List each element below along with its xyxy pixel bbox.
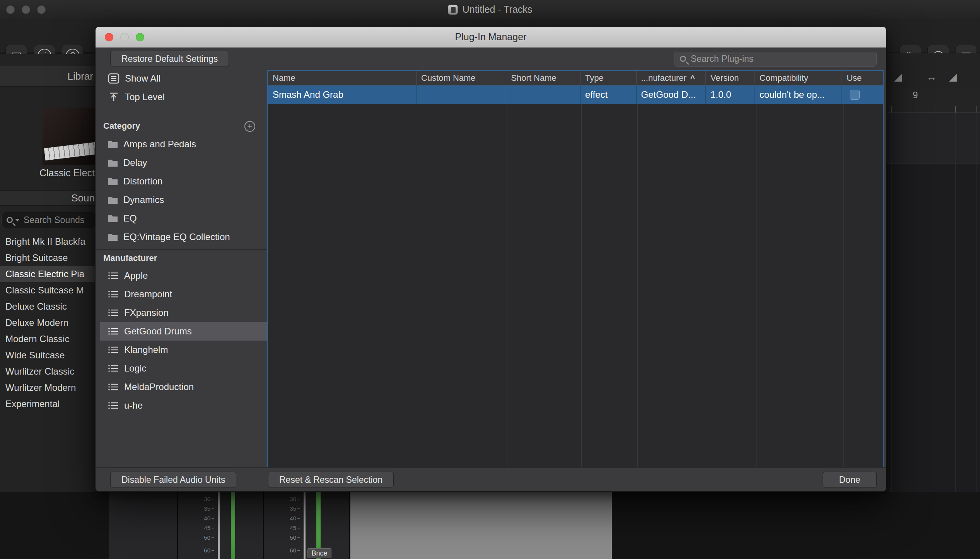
main-close-button[interactable]	[6, 5, 15, 14]
sidebar-divider	[96, 249, 267, 250]
main-zoom-button[interactable]	[37, 5, 46, 14]
column-header-version[interactable]: Version	[706, 71, 755, 85]
list-icon	[108, 327, 119, 336]
fader-slot[interactable]	[218, 492, 220, 559]
category-item[interactable]: Distortion	[100, 172, 267, 191]
dialog-titlebar[interactable]: Plug-In Manager	[96, 27, 886, 48]
table-column-divider	[756, 85, 756, 467]
use-checkbox[interactable]	[850, 90, 860, 100]
close-button[interactable]	[105, 33, 113, 41]
list-icon	[108, 290, 119, 299]
manufacturer-item[interactable]: Dreampoint	[100, 285, 267, 303]
cell-name: Smash And Grab	[268, 85, 417, 104]
manufacturer-item[interactable]: Apple	[100, 266, 267, 285]
strip-divider	[263, 492, 264, 559]
column-header-compatibility[interactable]: Compatibility	[755, 71, 842, 85]
category-label: Delay	[123, 157, 147, 168]
plugin-search-input[interactable]: Search Plug-ins	[674, 51, 877, 67]
table-column-divider	[637, 85, 638, 467]
zoom-controls: ◢ ↔ ◢	[886, 53, 980, 89]
restore-default-settings-button[interactable]: Restore Default Settings	[110, 51, 229, 67]
zoom-button[interactable]	[136, 33, 144, 41]
sound-list-item[interactable]: Bright Mk II Blackfa	[0, 233, 96, 250]
sound-list-item[interactable]: Modern Classic	[0, 331, 96, 347]
sound-list-item[interactable]: Wide Suitcase	[0, 347, 96, 363]
screen: Untitled - Tracks ▤ i ? ✎ ◯ ▦ Librar Cla…	[0, 0, 980, 559]
manufacturer-item[interactable]: Logic	[100, 359, 267, 378]
category-label: EQ	[123, 213, 137, 224]
manufacturer-label: Dreampoint	[124, 289, 172, 300]
category-item[interactable]: EQ	[100, 209, 267, 228]
search-icon	[680, 56, 686, 62]
scale-tick: 50	[283, 534, 300, 544]
main-minimize-button[interactable]	[22, 5, 30, 14]
horizontal-zoom-icon[interactable]: ↔	[927, 71, 937, 83]
table-column-divider	[417, 85, 417, 467]
sound-list-item-selected[interactable]: Classic Electric Pia	[0, 266, 96, 282]
sounds-header: Soun	[0, 190, 96, 206]
level-meter	[231, 492, 235, 559]
plugin-manager-dialog: Plug-In Manager Restore Default Settings…	[95, 26, 886, 492]
show-all-item[interactable]: Show All	[100, 71, 267, 86]
main-window-titlebar: Untitled - Tracks	[0, 0, 980, 19]
done-button[interactable]: Done	[823, 472, 877, 488]
sound-list-item[interactable]: Bright Suitcase	[0, 250, 96, 266]
waveform-zoom-slider-icon[interactable]: ◢	[949, 71, 957, 83]
column-header-manufacturer[interactable]: ...nufacturer^	[637, 71, 706, 85]
cell-version: 1.0.0	[706, 85, 755, 104]
arrange-area-right: ◢ ↔ ◢ 9	[886, 53, 980, 559]
column-header-use[interactable]: Use	[842, 71, 883, 85]
plugin-search-placeholder: Search Plug-ins	[691, 54, 753, 64]
category-label: EQ:Vintage EQ Collection	[123, 232, 230, 242]
dialog-title: Plug-In Manager	[455, 31, 527, 43]
top-level-item[interactable]: Top Level	[100, 89, 267, 105]
bounce-track-label[interactable]: Bnce	[307, 548, 331, 558]
category-item[interactable]: Dynamics	[100, 191, 267, 209]
column-header-short-name[interactable]: Short Name	[506, 71, 580, 85]
table-column-divider	[507, 85, 507, 467]
folder-icon	[108, 158, 118, 167]
manufacturer-item-selected[interactable]: GetGood Drums	[100, 322, 267, 341]
dialog-toolbar: Restore Default Settings Search Plug-ins	[96, 48, 886, 70]
app-proxy-icon	[448, 5, 458, 15]
scale-tick: 60	[197, 547, 214, 557]
category-item[interactable]: Amps and Pedals	[100, 135, 267, 153]
category-item[interactable]: Delay	[100, 153, 267, 172]
column-header-type[interactable]: Type	[580, 71, 637, 85]
cell-custom-name	[417, 85, 506, 104]
bar-ruler[interactable]: 9	[886, 89, 980, 113]
plugin-row-selected[interactable]: Smash And Grab effect GetGood D... 1.0.0…	[268, 85, 883, 104]
manufacturer-item[interactable]: u-he	[100, 396, 267, 415]
cell-type: effect	[580, 85, 637, 104]
folder-icon	[108, 177, 118, 186]
scale-tick: 35	[283, 505, 300, 515]
sound-list-item[interactable]: Wurlitzer Classic	[0, 363, 96, 380]
add-category-button[interactable]: +	[244, 121, 255, 132]
sounds-search-input[interactable]: Search Sounds	[2, 212, 96, 228]
manufacturer-item[interactable]: FXpansion	[100, 303, 267, 322]
sound-list-item[interactable]: Deluxe Classic	[0, 298, 96, 315]
cell-use	[842, 85, 883, 104]
reset-rescan-selection-button[interactable]: Reset & Rescan Selection	[268, 472, 394, 488]
sound-list-item[interactable]: Deluxe Modern	[0, 315, 96, 331]
minimize-button[interactable]	[120, 33, 129, 41]
folder-icon	[108, 233, 118, 241]
manufacturer-label: FXpansion	[124, 307, 169, 318]
sound-list-item[interactable]: Experimental	[0, 396, 96, 412]
manufacturer-label: Logic	[124, 363, 146, 374]
table-column-divider	[581, 85, 582, 467]
category-item[interactable]: EQ:Vintage EQ Collection	[100, 228, 267, 246]
main-window-title: Untitled - Tracks	[463, 4, 533, 15]
fader-slot[interactable]	[304, 492, 306, 559]
list-icon	[108, 271, 119, 280]
disable-failed-audio-units-button[interactable]: Disable Failed Audio Units	[110, 472, 236, 488]
sound-list-item[interactable]: Wurlitzer Modern	[0, 380, 96, 396]
manufacturer-item[interactable]: MeldaProduction	[100, 378, 267, 396]
manufacturer-item[interactable]: Klanghelm	[100, 341, 267, 359]
list-icon	[108, 401, 119, 410]
column-header-name[interactable]: Name	[268, 71, 417, 85]
library-panel: Librar Classic Elect Soun Search Sounds …	[0, 54, 96, 492]
vertical-zoom-slider-icon[interactable]: ◢	[894, 71, 902, 83]
column-header-custom-name[interactable]: Custom Name	[417, 71, 506, 85]
sound-list-item[interactable]: Classic Suitcase M	[0, 282, 96, 298]
